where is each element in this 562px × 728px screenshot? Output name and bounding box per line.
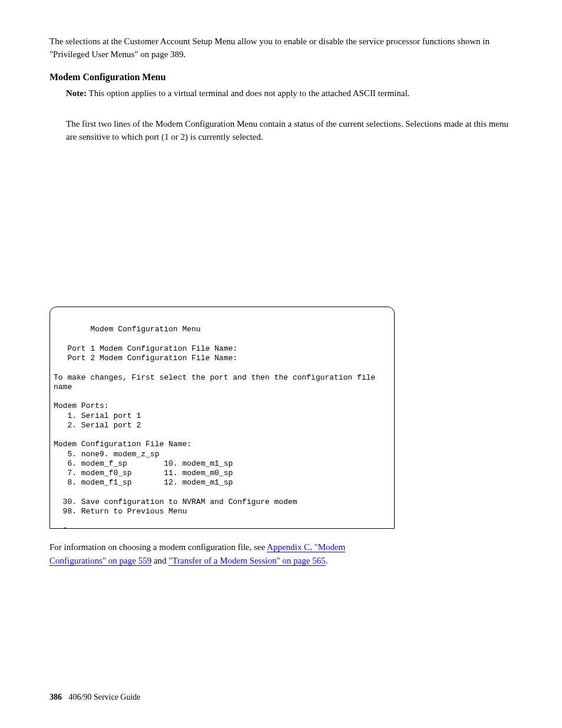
terminal-opt5: 5. none xyxy=(67,450,100,459)
terminal-serial1: 1. Serial port 1 xyxy=(67,411,141,420)
terminal-opt98: 98. Return to Previous Menu xyxy=(63,507,187,516)
terminal-opt8: 8. modem_f1_sp xyxy=(67,478,131,487)
paragraph-selections: The first two lines of the Modem Configu… xyxy=(66,118,514,144)
terminal-opt7: 7. modem_f0_sp xyxy=(67,469,131,477)
terminal-instr1: To make changes, First select the port a… xyxy=(54,373,375,382)
terminal-title: Modem Configuration Menu xyxy=(90,325,200,334)
link-appendix-c[interactable]: Appendix C, "Modem xyxy=(267,542,345,552)
page-number: 386 406/90 Service Guide xyxy=(49,693,141,702)
terminal-port1: Port 1 Modem Configuration File Name: xyxy=(67,344,237,353)
terminal-port2: Port 2 Modem Configuration File Name: xyxy=(67,354,237,363)
heading-modem-config: Modem Configuration Menu xyxy=(49,72,166,83)
note-label: Note: xyxy=(66,88,87,98)
terminal-prompt: 0> xyxy=(63,526,72,529)
terminal-opt10: 10. modem_m1_sp xyxy=(164,459,233,468)
text-period: . xyxy=(326,556,328,565)
terminal-instr2: name xyxy=(54,383,72,391)
terminal-blank xyxy=(54,325,90,334)
terminal-files-label: Modem Configuration File Name: xyxy=(54,440,191,449)
terminal-opt6: 6. modem_f_sp xyxy=(67,459,127,468)
terminal-opt12: 12. modem_m1_sp xyxy=(164,478,233,487)
text-and: and xyxy=(151,556,168,565)
terminal-serial2: 2. Serial port 2 xyxy=(67,421,141,430)
link-appendix-c-cont[interactable]: Configurations" on page 559 xyxy=(49,556,151,566)
terminal-opt30: 30. Save configuration to NVRAM and Conf… xyxy=(63,498,297,506)
terminal-opt11: 11. modem_m0_sp xyxy=(164,469,233,477)
terminal-ports-label: Modem Ports: xyxy=(54,401,109,410)
terminal-screen: Modem Configuration Menu Port 1 Modem Co… xyxy=(49,307,395,529)
text-pre-link: For information on choosing a modem conf… xyxy=(49,542,267,552)
terminal-opt9: 9. modem_z_sp xyxy=(100,450,159,459)
paragraph-see-also: For information on choosing a modem conf… xyxy=(49,541,513,567)
note-text: This option applies to a virtual termina… xyxy=(88,88,409,98)
link-transfer-session[interactable]: "Transfer of a Modem Session" on page 56… xyxy=(168,556,325,566)
paragraph-customer-account: The selections at the Customer Account S… xyxy=(49,35,513,61)
